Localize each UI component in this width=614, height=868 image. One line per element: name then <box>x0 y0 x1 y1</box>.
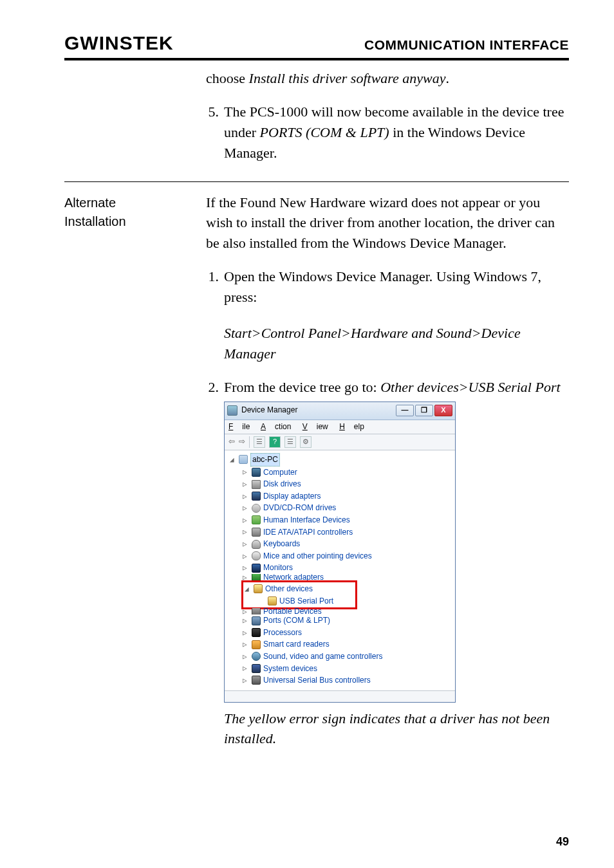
device-manager-window: Device Manager — ❐ X File Action View He <box>224 402 456 703</box>
ports-icon <box>252 616 261 625</box>
forward-button[interactable]: ⇨ <box>239 436 245 447</box>
tree-node-network[interactable]: ▷Network adapters <box>228 574 451 580</box>
tree-root[interactable]: ◢abc-PC <box>228 453 451 466</box>
toolbar: ⇦ ⇨ ☰ ? ☰ ⚙ <box>225 434 455 450</box>
brand-logo: GWINSTEK <box>64 32 174 54</box>
step1-path: Start>Control Panel>Hardware and Sound>D… <box>224 323 569 364</box>
mouse-icon <box>252 551 261 560</box>
menu-help[interactable]: Help <box>339 422 364 431</box>
tree-node-hid[interactable]: ▷Human Interface Devices <box>228 514 451 526</box>
tree-node-dvd[interactable]: ▷DVD/CD-ROM drives <box>228 502 451 514</box>
side-label: Alternate Installation <box>64 192 161 762</box>
update-button[interactable]: ⚙ <box>300 436 312 448</box>
step5-text-italic: PORTS (COM & LPT) <box>260 124 389 140</box>
step-number: 5. <box>206 102 224 163</box>
tree-node-usb-controllers[interactable]: ▷Universal Serial Bus controllers <box>228 674 451 687</box>
highlight-box: ◢Other devices USB Serial Port <box>241 580 357 609</box>
tree-node-monitors[interactable]: ▷Monitors <box>228 562 451 574</box>
tree-node-processors[interactable]: ▷Processors <box>228 627 451 639</box>
root-label: abc-PC <box>250 453 280 466</box>
figure-caption: The yellow error sign indicates that a d… <box>224 709 569 749</box>
side-label-line2: Installation <box>64 212 161 231</box>
computer-icon <box>252 468 261 477</box>
menu-file[interactable]: File <box>228 422 250 431</box>
section-heading: COMMUNICATION INTERFACE <box>364 37 569 53</box>
alt-intro: If the Found New Hardware wizard does no… <box>206 192 569 254</box>
sound-icon <box>252 652 261 661</box>
menu-action[interactable]: Action <box>261 422 291 431</box>
choose-prefix: choose <box>206 70 249 86</box>
display-icon <box>252 492 261 501</box>
disk-icon <box>252 480 261 489</box>
minimize-button[interactable]: — <box>396 405 414 416</box>
statusbar <box>225 690 455 702</box>
tree-node-disk[interactable]: ▷Disk drives <box>228 478 451 490</box>
tree-node-other-devices[interactable]: ◢Other devices <box>245 583 354 595</box>
step-number: 2. <box>206 377 224 749</box>
keyboard-icon <box>252 540 261 549</box>
tree-node-ports[interactable]: ▷Ports (COM & LPT) <box>228 614 451 627</box>
computer-icon <box>239 455 248 464</box>
processor-icon <box>252 628 261 637</box>
device-tree[interactable]: ◢abc-PC ▷Computer ▷Disk drives ▷Display … <box>225 450 455 690</box>
menubar[interactable]: File Action View Help <box>225 420 455 434</box>
step-2: 2. From the device tree go to: Other dev… <box>206 377 569 749</box>
page-header: GWINSTEK COMMUNICATION INTERFACE <box>64 32 569 60</box>
tree-node-portable[interactable]: ▷Portable Devices <box>228 608 451 614</box>
choose-line: choose Install this driver software anyw… <box>206 68 569 89</box>
other-devices-icon <box>254 584 263 593</box>
step-number: 1. <box>206 266 224 364</box>
tree-node-sound[interactable]: ▷Sound, video and game controllers <box>228 651 451 663</box>
titlebar[interactable]: Device Manager — ❐ X <box>225 402 455 420</box>
tree-node-display[interactable]: ▷Display adapters <box>228 490 451 503</box>
window-title: Device Manager <box>241 405 396 416</box>
smartcard-icon <box>252 640 261 649</box>
system-icon <box>252 664 261 673</box>
menu-view[interactable]: View <box>302 422 328 431</box>
properties-button[interactable]: ☰ <box>254 436 265 448</box>
tree-node-computer[interactable]: ▷Computer <box>228 466 451 479</box>
step2-text-italic: Other devices>USB Serial Port <box>380 379 560 395</box>
step-5: 5. The PCS-1000 will now become availabl… <box>206 102 569 163</box>
step2-text-a: From the device tree go to: <box>224 379 380 395</box>
tree-node-mice[interactable]: ▷Mice and other pointing devices <box>228 550 451 562</box>
hid-icon <box>252 515 261 524</box>
tree-node-smartcard[interactable]: ▷Smart card readers <box>228 638 451 651</box>
choose-italic: Install this driver software anyway <box>249 70 446 86</box>
dvd-icon <box>252 504 261 513</box>
help-button[interactable]: ? <box>269 436 281 448</box>
tree-node-system[interactable]: ▷System devices <box>228 663 451 675</box>
restore-button[interactable]: ❐ <box>415 405 433 416</box>
scan-button[interactable]: ☰ <box>284 436 296 448</box>
page-content: choose Install this driver software anyw… <box>64 68 569 761</box>
step-1: 1. Open the Windows Device Manager. Usin… <box>206 266 569 364</box>
tree-node-keyboards[interactable]: ▷Keyboards <box>228 538 451 550</box>
usb-serial-icon <box>268 596 277 605</box>
ide-icon <box>252 528 261 537</box>
close-button[interactable]: X <box>434 405 452 416</box>
tree-node-usb-serial-port[interactable]: USB Serial Port <box>245 595 354 607</box>
network-icon <box>252 574 261 580</box>
usb-controller-icon <box>252 676 261 685</box>
tree-node-ide[interactable]: ▷IDE ATA/ATAPI controllers <box>228 526 451 539</box>
step1-text: Open the Windows Device Manager. Using W… <box>224 266 569 308</box>
choose-suffix: . <box>446 70 450 86</box>
separator-rule <box>64 181 569 182</box>
toolbar-separator <box>249 436 250 448</box>
back-button[interactable]: ⇦ <box>228 436 235 447</box>
app-icon <box>227 405 237 416</box>
portable-icon <box>252 608 261 614</box>
monitor-icon <box>252 564 261 573</box>
side-label-line1: Alternate <box>64 194 161 212</box>
page-number: 49 <box>556 835 569 849</box>
